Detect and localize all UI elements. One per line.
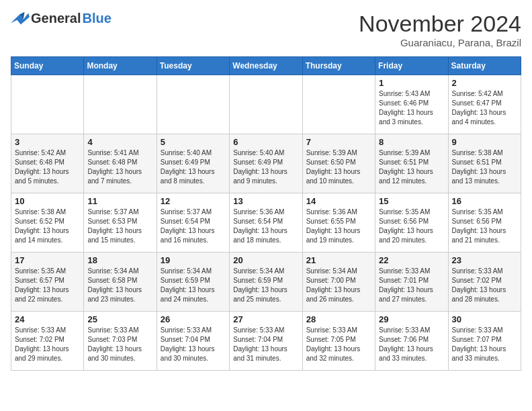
calendar-cell: 29Sunrise: 5:33 AM Sunset: 7:06 PM Dayli… (375, 312, 448, 371)
calendar-table: SundayMondayTuesdayWednesdayThursdayFrid… (11, 56, 521, 371)
day-info: Sunrise: 5:39 AM Sunset: 6:51 PM Dayligh… (379, 148, 444, 186)
day-info: Sunrise: 5:34 AM Sunset: 6:58 PM Dayligh… (87, 267, 152, 304)
day-number: 20 (233, 255, 298, 265)
day-info: Sunrise: 5:33 AM Sunset: 7:07 PM Dayligh… (452, 326, 517, 363)
day-number: 6 (233, 137, 298, 147)
day-info: Sunrise: 5:34 AM Sunset: 7:00 PM Dayligh… (306, 267, 371, 304)
calendar-cell (11, 75, 84, 134)
logo-bird-icon (11, 11, 30, 26)
day-info: Sunrise: 5:33 AM Sunset: 7:06 PM Dayligh… (379, 326, 444, 363)
day-number: 19 (161, 255, 226, 265)
day-number: 9 (452, 137, 517, 147)
day-info: Sunrise: 5:37 AM Sunset: 6:54 PM Dayligh… (161, 208, 226, 245)
weekday-header-tuesday: Tuesday (157, 57, 229, 75)
calendar-cell: 7Sunrise: 5:39 AM Sunset: 6:50 PM Daylig… (302, 134, 375, 193)
calendar-cell: 6Sunrise: 5:40 AM Sunset: 6:49 PM Daylig… (230, 134, 302, 193)
calendar-cell: 21Sunrise: 5:34 AM Sunset: 7:00 PM Dayli… (302, 253, 375, 312)
day-number: 12 (161, 196, 226, 206)
calendar-cell: 18Sunrise: 5:34 AM Sunset: 6:58 PM Dayli… (84, 253, 157, 312)
day-info: Sunrise: 5:41 AM Sunset: 6:48 PM Dayligh… (87, 148, 152, 186)
calendar-header: SundayMondayTuesdayWednesdayThursdayFrid… (11, 57, 521, 75)
day-info: Sunrise: 5:35 AM Sunset: 6:57 PM Dayligh… (15, 267, 80, 304)
calendar-cell: 3Sunrise: 5:42 AM Sunset: 6:48 PM Daylig… (11, 134, 84, 193)
weekday-header-wednesday: Wednesday (230, 57, 302, 75)
calendar-cell: 17Sunrise: 5:35 AM Sunset: 6:57 PM Dayli… (11, 253, 84, 312)
day-info: Sunrise: 5:33 AM Sunset: 7:02 PM Dayligh… (452, 267, 517, 304)
month-title: November 2024 (359, 11, 521, 37)
day-info: Sunrise: 5:33 AM Sunset: 7:02 PM Dayligh… (15, 326, 80, 363)
page-header: General Blue November 2024 Guaraniacu, P… (11, 11, 521, 48)
calendar-cell (302, 75, 375, 134)
day-info: Sunrise: 5:34 AM Sunset: 6:59 PM Dayligh… (161, 267, 226, 304)
title-block: November 2024 Guaraniacu, Parana, Brazil (359, 11, 521, 48)
day-number: 10 (15, 196, 80, 206)
day-number: 4 (87, 137, 152, 147)
day-number: 30 (452, 314, 517, 324)
day-number: 14 (306, 196, 371, 206)
calendar-cell: 27Sunrise: 5:33 AM Sunset: 7:04 PM Dayli… (230, 312, 302, 371)
day-info: Sunrise: 5:33 AM Sunset: 7:04 PM Dayligh… (161, 326, 226, 363)
day-info: Sunrise: 5:40 AM Sunset: 6:49 PM Dayligh… (233, 148, 298, 186)
calendar-cell: 14Sunrise: 5:36 AM Sunset: 6:55 PM Dayli… (302, 193, 375, 253)
day-number: 17 (15, 255, 80, 265)
day-info: Sunrise: 5:33 AM Sunset: 7:04 PM Dayligh… (233, 326, 298, 363)
calendar-cell: 9Sunrise: 5:38 AM Sunset: 6:51 PM Daylig… (448, 134, 521, 193)
day-number: 29 (379, 314, 444, 324)
calendar-week-1: 1Sunrise: 5:43 AM Sunset: 6:46 PM Daylig… (11, 75, 521, 134)
day-info: Sunrise: 5:35 AM Sunset: 6:56 PM Dayligh… (452, 208, 517, 245)
calendar-cell: 22Sunrise: 5:33 AM Sunset: 7:01 PM Dayli… (375, 253, 448, 312)
day-info: Sunrise: 5:42 AM Sunset: 6:48 PM Dayligh… (15, 148, 80, 186)
day-number: 2 (452, 78, 517, 88)
logo: General Blue (11, 11, 112, 26)
day-number: 22 (379, 255, 444, 265)
calendar-cell: 8Sunrise: 5:39 AM Sunset: 6:51 PM Daylig… (375, 134, 448, 193)
weekday-header-sunday: Sunday (11, 57, 84, 75)
day-info: Sunrise: 5:42 AM Sunset: 6:47 PM Dayligh… (452, 89, 517, 127)
calendar-week-4: 17Sunrise: 5:35 AM Sunset: 6:57 PM Dayli… (11, 253, 521, 312)
day-info: Sunrise: 5:34 AM Sunset: 6:59 PM Dayligh… (233, 267, 298, 304)
calendar-cell: 26Sunrise: 5:33 AM Sunset: 7:04 PM Dayli… (157, 312, 229, 371)
day-number: 24 (15, 314, 80, 324)
day-info: Sunrise: 5:33 AM Sunset: 7:03 PM Dayligh… (87, 326, 152, 363)
calendar-week-3: 10Sunrise: 5:38 AM Sunset: 6:52 PM Dayli… (11, 193, 521, 253)
day-number: 28 (306, 314, 371, 324)
day-info: Sunrise: 5:39 AM Sunset: 6:50 PM Dayligh… (306, 148, 371, 186)
calendar-cell: 16Sunrise: 5:35 AM Sunset: 6:56 PM Dayli… (448, 193, 521, 253)
day-number: 25 (87, 314, 152, 324)
day-info: Sunrise: 5:38 AM Sunset: 6:51 PM Dayligh… (452, 148, 517, 186)
day-info: Sunrise: 5:43 AM Sunset: 6:46 PM Dayligh… (379, 89, 444, 127)
weekday-header-saturday: Saturday (448, 57, 521, 75)
weekday-header-monday: Monday (84, 57, 157, 75)
day-number: 3 (15, 137, 80, 147)
calendar-cell: 1Sunrise: 5:43 AM Sunset: 6:46 PM Daylig… (375, 75, 448, 134)
day-info: Sunrise: 5:40 AM Sunset: 6:49 PM Dayligh… (161, 148, 226, 186)
day-number: 27 (233, 314, 298, 324)
weekday-header-thursday: Thursday (302, 57, 375, 75)
calendar-week-2: 3Sunrise: 5:42 AM Sunset: 6:48 PM Daylig… (11, 134, 521, 193)
day-number: 16 (452, 196, 517, 206)
calendar-cell: 10Sunrise: 5:38 AM Sunset: 6:52 PM Dayli… (11, 193, 84, 253)
weekday-header-friday: Friday (375, 57, 448, 75)
day-info: Sunrise: 5:33 AM Sunset: 7:05 PM Dayligh… (306, 326, 371, 363)
calendar-cell: 2Sunrise: 5:42 AM Sunset: 6:47 PM Daylig… (448, 75, 521, 134)
weekday-header-row: SundayMondayTuesdayWednesdayThursdayFrid… (11, 57, 521, 75)
calendar-week-5: 24Sunrise: 5:33 AM Sunset: 7:02 PM Dayli… (11, 312, 521, 371)
calendar-cell (230, 75, 302, 134)
calendar-cell: 19Sunrise: 5:34 AM Sunset: 6:59 PM Dayli… (157, 253, 229, 312)
calendar-body: 1Sunrise: 5:43 AM Sunset: 6:46 PM Daylig… (11, 75, 521, 371)
day-info: Sunrise: 5:38 AM Sunset: 6:52 PM Dayligh… (15, 208, 80, 245)
day-info: Sunrise: 5:36 AM Sunset: 6:55 PM Dayligh… (306, 208, 371, 245)
location-subtitle: Guaraniacu, Parana, Brazil (359, 37, 521, 48)
calendar-cell (157, 75, 229, 134)
day-number: 13 (233, 196, 298, 206)
calendar-cell: 25Sunrise: 5:33 AM Sunset: 7:03 PM Dayli… (84, 312, 157, 371)
calendar-cell (84, 75, 157, 134)
day-number: 8 (379, 137, 444, 147)
day-number: 1 (379, 78, 444, 88)
calendar-cell: 12Sunrise: 5:37 AM Sunset: 6:54 PM Dayli… (157, 193, 229, 253)
day-number: 11 (87, 196, 152, 206)
day-number: 18 (87, 255, 152, 265)
day-info: Sunrise: 5:37 AM Sunset: 6:53 PM Dayligh… (87, 208, 152, 245)
calendar-cell: 24Sunrise: 5:33 AM Sunset: 7:02 PM Dayli… (11, 312, 84, 371)
day-number: 15 (379, 196, 444, 206)
